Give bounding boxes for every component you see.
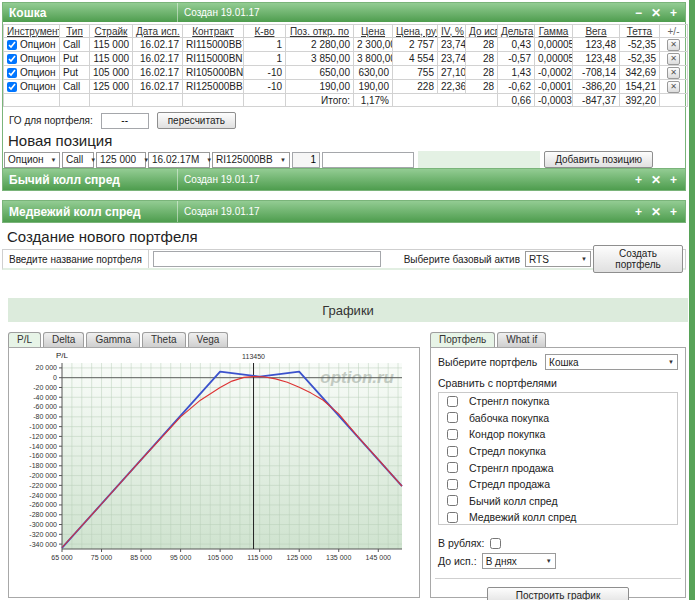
chart-tab-theta[interactable]: Theta [142, 332, 186, 347]
compare-item-checkbox[interactable] [447, 446, 458, 457]
new-position-extra-input[interactable] [322, 152, 414, 168]
position-checkbox[interactable] [7, 54, 17, 64]
column-header[interactable]: +/- [660, 25, 688, 38]
column-header[interactable]: Контракт [183, 25, 244, 38]
contract-select[interactable]: RI125000BB▼ [212, 152, 290, 168]
column-header[interactable]: Страйк [90, 25, 133, 38]
panel-header: Кошка Создан 19.01.17 −✕+ [3, 3, 685, 22]
portfolio-select-value: Кошка [549, 357, 579, 368]
compare-item-checkbox[interactable] [447, 396, 458, 407]
column-header[interactable]: Цена, руб. [393, 25, 438, 38]
instrument-select[interactable]: Опцион▼ [4, 152, 60, 168]
in-rubles-checkbox[interactable] [490, 538, 501, 549]
column-header[interactable]: Дельта [498, 25, 535, 38]
column-header[interactable]: Поз. откр. по [286, 25, 354, 38]
compare-item-label: Бычий колл спред [469, 495, 558, 507]
svg-text:75 000: 75 000 [91, 554, 113, 561]
compare-item: бабочка покупка [439, 410, 677, 427]
column-header[interactable]: IV, % [438, 25, 466, 38]
add-position-button[interactable]: Добавить позицию [544, 151, 653, 168]
svg-text:85 000: 85 000 [130, 554, 152, 561]
column-header[interactable]: Дата исп. [133, 25, 183, 38]
chart-tab-delta[interactable]: Delta [43, 332, 84, 347]
days-select[interactable]: В днях ▼ [482, 553, 556, 569]
column-header[interactable]: Гамма [535, 25, 573, 38]
cell-gamma: 0,000053 [535, 38, 573, 52]
portfolio-select[interactable]: Кошка ▼ [545, 354, 678, 370]
column-header[interactable]: До исп. [466, 25, 498, 38]
column-header[interactable]: Цена [354, 25, 393, 38]
compare-item-checkbox[interactable] [447, 512, 458, 523]
add-panel-icon[interactable]: + [670, 206, 677, 218]
strike-select[interactable]: 125 000▼ [96, 152, 146, 168]
cell-price: 190,00 [354, 80, 393, 94]
add-panel-icon[interactable]: + [670, 7, 677, 19]
delete-position-button[interactable]: ✕ [667, 39, 680, 51]
option-type-select[interactable]: Call▼ [62, 152, 94, 168]
position-checkbox[interactable] [7, 68, 17, 78]
tab-what-if[interactable]: What if [497, 332, 546, 347]
cell-delta: 0,43 [498, 38, 535, 52]
column-header[interactable]: К-во [244, 25, 286, 38]
close-panel-icon[interactable]: ✕ [651, 174, 661, 186]
tab-portfolio[interactable]: Портфель [430, 332, 495, 347]
compare-item-checkbox[interactable] [447, 462, 458, 473]
chart-tab-p-l[interactable]: P/L [8, 332, 41, 347]
create-portfolio-button[interactable]: Создать портфель [593, 245, 683, 273]
chart-tab-vega[interactable]: Vega [188, 332, 229, 347]
compare-item-checkbox[interactable] [447, 412, 458, 423]
cell-price_rub: 4 554 [393, 52, 438, 66]
delete-position-button[interactable]: ✕ [667, 81, 680, 93]
cell-price_rub: 228 [393, 80, 438, 94]
compare-item-checkbox[interactable] [447, 495, 458, 506]
svg-text:-260 000: -260 000 [29, 501, 57, 508]
portfolio-name-input[interactable] [153, 251, 381, 267]
collapse-toggle-icon[interactable]: + [635, 174, 642, 186]
column-header[interactable]: Вега [573, 25, 620, 38]
close-panel-icon[interactable]: ✕ [651, 7, 661, 19]
chart-panel: P/LDeltaGammaThetaVega option.ru20 0000-… [8, 332, 420, 598]
svg-text:-200 000: -200 000 [29, 472, 57, 479]
compare-item-checkbox[interactable] [447, 479, 458, 490]
chart-tab-gamma[interactable]: Gamma [86, 332, 140, 347]
delete-position-button[interactable]: ✕ [667, 67, 680, 79]
cell-price: 2 300,00 [354, 38, 393, 52]
position-checkbox[interactable] [7, 40, 17, 50]
build-chart-button[interactable]: Построить график [487, 587, 629, 600]
build-row: Построить график [438, 585, 678, 600]
svg-text:-240 000: -240 000 [29, 492, 57, 499]
empty-cell [660, 94, 688, 107]
collapse-toggle-icon[interactable]: − [635, 7, 642, 19]
collapse-toggle-icon[interactable]: + [635, 206, 642, 218]
cell-exp_date: 16.02.17 [133, 52, 183, 66]
delete-position-button[interactable]: ✕ [667, 53, 680, 65]
totals-theta: 392,20 [620, 94, 660, 107]
in-rubles-label: В рублях: [438, 537, 485, 549]
svg-text:-20 000: -20 000 [33, 384, 57, 391]
column-header[interactable]: Тип [60, 25, 90, 38]
new-position-qty-input[interactable] [292, 152, 320, 168]
chart-plot-area[interactable]: option.ru20 0000-20 000-40 000-60 000-80… [8, 347, 420, 598]
expiration-select-value: 16.02.17М [152, 154, 199, 165]
recalculate-button[interactable]: пересчитать [157, 112, 236, 129]
base-asset-select[interactable]: RTS ▼ [525, 251, 591, 267]
cell-theta: 342,69 [620, 66, 660, 80]
positions-table: ИнструментТипСтрайкДата исп.КонтрактК-во… [3, 24, 688, 107]
instrument-label: Опцион [20, 39, 56, 50]
go-value-input[interactable] [101, 113, 149, 129]
cell-days: 28 [466, 66, 498, 80]
compare-item-checkbox[interactable] [447, 429, 458, 440]
expiration-select[interactable]: 16.02.17М▼ [148, 152, 210, 168]
new-position-fill [418, 151, 540, 168]
chevron-down-icon: ▼ [581, 256, 587, 262]
column-header[interactable]: Инструмент [4, 25, 60, 38]
cell-type: Put [60, 66, 90, 80]
close-panel-icon[interactable]: ✕ [651, 206, 661, 218]
position-checkbox[interactable] [7, 82, 17, 92]
chevron-down-icon: ▼ [668, 359, 674, 365]
compare-item: Медвежий колл спред [439, 509, 677, 526]
column-header[interactable]: Тетта [620, 25, 660, 38]
cell-iv: 22,36 [438, 80, 466, 94]
totals-vega: -847,37 [573, 94, 620, 107]
add-panel-icon[interactable]: + [670, 174, 677, 186]
